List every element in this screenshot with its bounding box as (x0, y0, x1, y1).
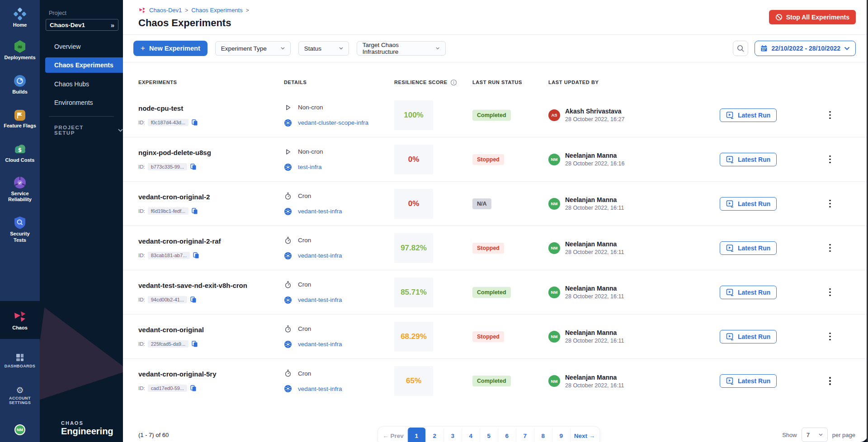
row-menu-button[interactable] (824, 286, 836, 299)
resilience-score: 0% (394, 189, 433, 219)
sidebar-item-chaos-experiments[interactable]: Chaos Experiments (45, 57, 123, 73)
project-setup-toggle[interactable]: PROJECT SETUP (40, 125, 123, 136)
deployments-icon: ∞ (13, 40, 27, 53)
infrastructure-link[interactable]: vedant-test-infra (298, 386, 342, 392)
pagination-page-1[interactable]: 1 (407, 428, 425, 442)
info-icon[interactable] (450, 79, 457, 86)
avatar: NM (14, 424, 25, 435)
infrastructure-link[interactable]: vedant-test-infra (298, 208, 342, 215)
column-last-updated-by: LAST UPDATED BY (548, 80, 720, 85)
status-badge: Completed (472, 110, 511, 121)
stop-all-experiments-button[interactable]: Stop All Experiments (769, 10, 856, 24)
latest-run-button[interactable]: Latest Run (720, 330, 777, 343)
row-menu-button[interactable] (824, 197, 836, 210)
pagination-page-6[interactable]: 6 (498, 428, 516, 442)
pagination-prev[interactable]: ← Prev (379, 428, 407, 442)
pagination-page-5[interactable]: 5 (480, 428, 498, 442)
pagination-page-9[interactable]: 9 (552, 428, 570, 442)
latest-run-button[interactable]: Latest Run (720, 286, 777, 299)
experiment-type-filter[interactable]: Experiment Type (215, 41, 291, 56)
pagination-summary: (1 - 7) of 60 (138, 432, 169, 438)
row-menu-button[interactable] (824, 375, 836, 387)
filter-label: Target Chaos Infrastructure (363, 42, 432, 55)
copy-icon[interactable] (190, 163, 197, 170)
infrastructure-link[interactable]: vedant-test-infra (298, 252, 342, 259)
target-infrastructure-filter[interactable]: Target Chaos Infrastructure (357, 41, 446, 56)
infrastructure-line: vedant-test-infra (284, 340, 394, 348)
rail-item-chaos[interactable]: Chaos (0, 301, 40, 339)
latest-run-button[interactable]: Latest Run (720, 374, 777, 388)
schedule-type-label: Cron (298, 237, 311, 244)
row-menu-button[interactable] (824, 109, 836, 122)
page-title: Chaos Experiments (138, 17, 868, 29)
score-cell: 85.71% (394, 277, 472, 307)
updated-timestamp: 28 October 2022, 16:11 (565, 338, 624, 344)
breadcrumb-page[interactable]: Chaos Experiments (191, 7, 242, 14)
infrastructure-link[interactable]: vedant-test-infra (298, 296, 342, 303)
rail-item-deployments[interactable]: ∞ Deployments (0, 40, 40, 61)
schedule-type-label: Non-cron (298, 148, 323, 155)
project-sidebar: Project Chaos-Dev1 » Overview Chaos Expe… (40, 0, 123, 442)
experiment-name: vedant-cron-original (138, 326, 284, 334)
rail-user-avatar[interactable]: NM (0, 424, 40, 435)
experiment-id: 83cab181-ab7... (148, 252, 190, 259)
copy-icon[interactable] (190, 385, 197, 392)
schedule-type-line: Non-cron (284, 148, 394, 156)
breadcrumb-project[interactable]: Chaos-Dev1 (149, 7, 182, 14)
kebab-icon (829, 336, 831, 338)
plus-icon: + (141, 44, 145, 53)
rail-item-account-settings[interactable]: ⚙ ACCOUNT SETTINGS (0, 386, 40, 406)
pagination-page-3[interactable]: 3 (443, 428, 462, 442)
pagination-page-2[interactable]: 2 (425, 428, 443, 442)
latest-run-button[interactable]: Latest Run (720, 241, 777, 255)
rail-item-label: Home (3, 22, 37, 28)
infrastructure-line: vedant-cluster-scope-infra (284, 119, 394, 127)
search-button[interactable] (733, 41, 748, 56)
row-menu-button[interactable] (824, 330, 836, 343)
builds-icon (13, 74, 27, 88)
pagination-next[interactable]: Next → (570, 428, 599, 442)
rail-item-dashboards[interactable]: DASHBOARDS (0, 353, 40, 369)
row-menu-button[interactable] (824, 242, 836, 254)
breadcrumb-separator: > (246, 7, 249, 14)
sidebar-item-chaos-hubs[interactable]: Chaos Hubs (40, 75, 123, 93)
play-outline-icon (284, 103, 292, 112)
new-experiment-button[interactable]: + New Experiment (133, 41, 208, 56)
latest-run-button[interactable]: Latest Run (720, 108, 777, 122)
infrastructure-link[interactable]: vedant-test-infra (298, 341, 342, 348)
avatar: AS (548, 109, 560, 121)
copy-icon[interactable] (191, 119, 198, 126)
rail-item-home[interactable]: Home (0, 7, 40, 28)
stopwatch-icon (284, 369, 292, 377)
pagination-page-4[interactable]: 4 (462, 428, 480, 442)
copy-icon[interactable] (193, 252, 199, 259)
status-filter[interactable]: Status (298, 41, 349, 56)
sidebar-item-overview[interactable]: Overview (40, 37, 123, 56)
rail-item-label: Cloud Costs (3, 157, 37, 163)
status-badge: Stopped (472, 243, 504, 254)
infrastructure-line: vedant-test-infra (284, 252, 394, 260)
updated-by-cell: NM Neelanjan Manna 28 October 2022, 16:1… (548, 285, 720, 300)
per-page-select[interactable]: 7 (802, 428, 828, 442)
date-range-picker[interactable]: 22/10/2022 - 28/10/2022 (755, 41, 856, 56)
row-menu-button[interactable] (824, 153, 836, 166)
pagination-page-8[interactable]: 8 (534, 428, 552, 442)
rail-item-feature-flags[interactable]: Feature Flags (0, 109, 40, 129)
rail-item-service-reliability[interactable]: Service Reliability (0, 176, 40, 202)
infrastructure-link[interactable]: vedant-cluster-scope-infra (298, 119, 368, 126)
project-selector[interactable]: Chaos-Dev1 » (46, 19, 118, 31)
infrastructure-link[interactable]: test-infra (298, 164, 322, 170)
copy-icon[interactable] (191, 340, 198, 348)
copy-icon[interactable] (191, 207, 198, 215)
experiment-id: f0c187d4-43d... (148, 119, 189, 126)
copy-icon[interactable] (190, 296, 197, 303)
rail-item-security-tests[interactable]: Security Tests (0, 216, 40, 243)
latest-run-button[interactable]: Latest Run (720, 153, 777, 166)
pagination-page-7[interactable]: 7 (516, 428, 534, 442)
sidebar-item-environments[interactable]: Environments (40, 93, 123, 112)
rail-item-cloud-costs[interactable]: $ Cloud Costs (0, 142, 40, 163)
feature-flags-icon (14, 109, 26, 122)
latest-run-button[interactable]: Latest Run (720, 197, 777, 211)
rail-item-builds[interactable]: Builds (0, 74, 40, 95)
chaos-breadcrumb-icon (138, 6, 146, 14)
